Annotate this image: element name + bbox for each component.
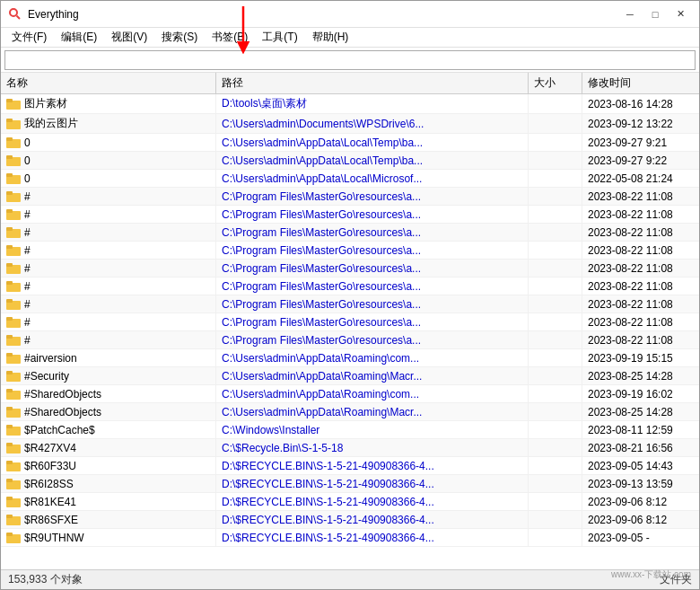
maximize-button[interactable]: □ [643,5,667,23]
table-row[interactable]: 0C:\Users\admin\AppData\Local\Temp\ba...… [1,152,699,170]
table-row[interactable]: #SharedObjectsC:\Users\admin\AppData\Roa… [1,385,699,403]
cell-path: D:\tools\桌面\素材 [216,94,529,113]
svg-rect-27 [6,299,13,303]
folder-icon [6,244,21,256]
app-icon [8,7,22,22]
cell-name-text: $R81KE41 [24,496,76,508]
table-row[interactable]: $R9UTHNWD:\$RECYCLE.BIN\S-1-5-21-4909083… [1,529,699,547]
cell-name: 我的云图片 [1,114,216,133]
cell-path: C:\Users\admin\AppData\Roaming\com... [216,385,529,402]
cell-size [529,206,582,223]
cell-path: C:\Program Files\MasterGo\resources\a... [216,295,529,313]
table-row[interactable]: $R60F33UD:\$RECYCLE.BIN\S-1-5-21-4909083… [1,457,699,475]
col-path[interactable]: 路径 [216,73,529,93]
menu-tools[interactable]: 工具(T) [255,28,304,48]
cell-name: # [1,277,216,295]
cell-path: C:\Program Files\MasterGo\resources\a... [216,313,529,330]
title-controls: ─ □ ✕ [618,5,692,23]
table-row[interactable]: #C:\Program Files\MasterGo\resources\a..… [1,188,699,206]
table-row[interactable]: $R427XV4C:\$Recycle.Bin\S-1-5-182023-08-… [1,439,699,457]
cell-size [529,134,582,151]
cell-size [529,114,582,133]
table-row[interactable]: 图片素材D:\tools\桌面\素材2023-08-16 14:28 [1,94,699,114]
cell-modified: 2023-09-12 13:22 [582,114,699,133]
table-row[interactable]: #C:\Program Files\MasterGo\resources\a..… [1,313,699,331]
folder-icon [6,352,21,364]
close-button[interactable]: ✕ [669,5,692,23]
table-row[interactable]: $R6I28SSD:\$RECYCLE.BIN\S-1-5-21-4909083… [1,475,699,493]
cell-size [529,475,582,492]
cell-modified: 2023-08-22 11:08 [582,277,699,295]
cell-size [529,439,582,456]
cell-name: #SharedObjects [1,385,216,402]
cell-name-text: 我的云图片 [24,116,78,131]
menu-edit[interactable]: 编辑(E) [54,28,104,48]
cell-path: C:\Users\admin\AppData\Local\Microsof... [216,170,529,187]
cell-modified: 2023-08-25 14:28 [582,367,699,384]
table-row[interactable]: #C:\Program Files\MasterGo\resources\a..… [1,295,699,313]
table-row[interactable]: #airversionC:\Users\admin\AppData\Roamin… [1,349,699,367]
svg-line-1 [17,15,21,19]
cell-size [529,313,582,330]
table-row[interactable]: 0C:\Users\admin\AppData\Local\Microsof..… [1,170,699,188]
search-bar [1,48,699,73]
minimize-button[interactable]: ─ [618,5,642,23]
table-row[interactable]: $R81KE41D:\$RECYCLE.BIN\S-1-5-21-4909083… [1,493,699,511]
menu-help[interactable]: 帮助(H) [305,28,356,48]
cell-path: D:\$RECYCLE.BIN\S-1-5-21-490908366-4... [216,475,529,492]
cell-path: C:\Users\admin\Documents\WPSDrive\6... [216,114,529,133]
table-row[interactable]: #C:\Program Files\MasterGo\resources\a..… [1,224,699,242]
cell-name-text: $R86SFXE [24,514,78,526]
svg-rect-41 [6,425,13,428]
cell-size [529,457,582,474]
table-row[interactable]: #C:\Program Files\MasterGo\resources\a..… [1,260,699,277]
cell-name-text: #SharedObjects [24,388,101,401]
table-row[interactable]: $R86SFXED:\$RECYCLE.BIN\S-1-5-21-4909083… [1,511,699,529]
cell-size [529,242,582,259]
cell-name-text: # [24,244,31,257]
folder-icon [6,532,21,543]
cell-size [529,349,582,366]
table-row[interactable]: $PatchCache$C:\Windows\Installer2023-08-… [1,421,699,439]
cell-size [529,493,582,510]
table-row[interactable]: #C:\Program Files\MasterGo\resources\a..… [1,331,699,349]
cell-name-text: # [24,226,31,239]
cell-path: C:\Program Files\MasterGo\resources\a... [216,206,529,223]
folder-icon [6,424,21,436]
cell-size [529,511,582,528]
svg-rect-11 [6,155,13,159]
table-row[interactable]: #SecurityC:\Users\admin\AppData\Roaming\… [1,367,699,385]
cell-size [529,367,582,384]
cell-modified: 2023-08-22 11:08 [582,260,699,277]
cell-name: $PatchCache$ [1,421,216,438]
menu-file[interactable]: 文件(F) [4,28,54,48]
menu-view[interactable]: 视图(V) [104,28,154,48]
menu-search[interactable]: 搜索(S) [154,28,205,48]
cell-modified: 2023-09-05 14:43 [582,457,699,474]
cell-size [529,421,582,438]
cell-name-text: # [24,334,31,347]
cell-name: #airversion [1,349,216,366]
svg-rect-25 [6,281,13,285]
cell-name-text: # [24,208,31,221]
table-row[interactable]: #C:\Program Files\MasterGo\resources\a..… [1,242,699,260]
col-name[interactable]: 名称 [1,73,216,93]
table-row[interactable]: 0C:\Users\admin\AppData\Local\Temp\ba...… [1,134,699,152]
file-table[interactable]: 名称 路径 大小 修改时间 图片素材D:\tools\桌面\素材2023-08-… [1,73,699,569]
folder-icon [6,208,21,220]
menu-bookmark[interactable]: 书签(B) [205,28,255,48]
search-input[interactable] [4,50,696,70]
cell-name-text: # [24,190,31,203]
table-row[interactable]: #C:\Program Files\MasterGo\resources\a..… [1,277,699,295]
cell-name: $R81KE41 [1,493,216,510]
table-row[interactable]: 我的云图片C:\Users\admin\Documents\WPSDrive\6… [1,114,699,134]
cell-name-text: 0 [24,136,31,149]
title-bar: Everything ─ □ ✕ [1,1,699,28]
col-modified[interactable]: 修改时间 [582,73,699,93]
table-row[interactable]: #C:\Program Files\MasterGo\resources\a..… [1,206,699,224]
col-size[interactable]: 大小 [529,73,582,93]
cell-name-text: $R427XV4 [24,442,76,454]
cell-size [529,224,582,241]
table-row[interactable]: #SharedObjectsC:\Users\admin\AppData\Roa… [1,403,699,421]
cell-modified: 2023-09-27 9:22 [582,152,699,169]
